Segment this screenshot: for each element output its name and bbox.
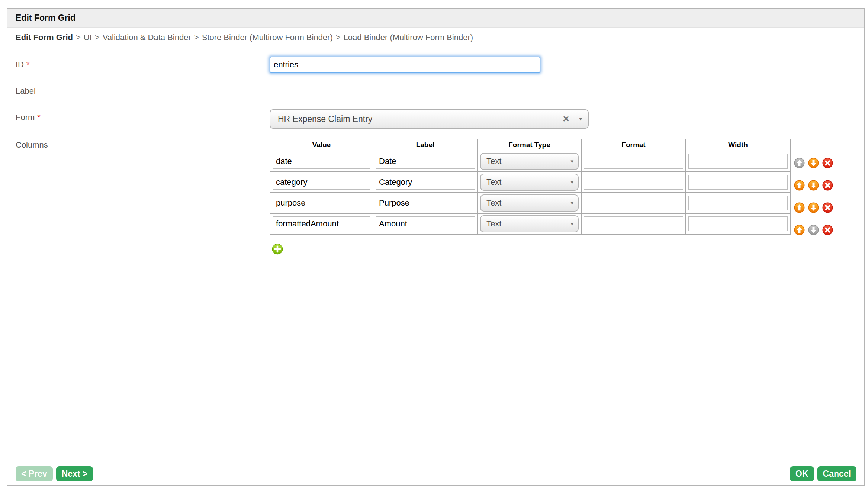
label-label: Label xyxy=(16,83,270,96)
format-input[interactable] xyxy=(584,216,683,231)
move-up-icon[interactable] xyxy=(794,180,805,191)
breadcrumb-separator: > xyxy=(194,33,199,42)
row-actions xyxy=(794,174,833,196)
column-header-width: Width xyxy=(686,139,790,151)
nav-buttons: < Prev Next > xyxy=(16,466,93,481)
width-input[interactable] xyxy=(688,175,788,190)
columns-field-row: Columns Value Label Format Type Format W… xyxy=(16,139,864,255)
breadcrumb: Edit Form Grid > UI > Validation & Data … xyxy=(7,28,864,47)
label-input[interactable] xyxy=(270,83,540,99)
breadcrumb-item: Load Binder (Multirow Form Binder) xyxy=(344,33,473,42)
width-input[interactable] xyxy=(688,154,788,169)
id-label: ID* xyxy=(16,57,270,70)
format-type-select[interactable]: Text ▾ xyxy=(480,153,579,170)
label-input[interactable] xyxy=(376,175,475,190)
column-header-format-type: Format Type xyxy=(478,139,581,151)
dialog-title: Edit Form Grid xyxy=(7,9,864,28)
table-header-row: Value Label Format Type Format Width xyxy=(270,139,790,151)
breadcrumb-separator: > xyxy=(336,33,341,42)
delete-icon[interactable] xyxy=(822,202,833,213)
breadcrumb-item: Validation & Data Binder xyxy=(103,33,191,42)
width-input[interactable] xyxy=(688,216,788,231)
move-down-icon[interactable] xyxy=(808,158,819,168)
chevron-down-icon: ▾ xyxy=(570,179,573,186)
prev-button[interactable]: < Prev xyxy=(16,466,53,481)
next-button[interactable]: Next > xyxy=(56,466,93,481)
width-input[interactable] xyxy=(688,196,788,210)
required-asterisk: * xyxy=(26,60,30,69)
column-header-label: Label xyxy=(373,139,478,151)
value-input[interactable] xyxy=(273,196,370,210)
columns-table: Value Label Format Type Format Width xyxy=(270,139,791,235)
label-input[interactable] xyxy=(376,196,475,210)
cancel-button[interactable]: Cancel xyxy=(817,466,856,481)
columns-label: Columns xyxy=(16,139,270,150)
dialog-footer: < Prev Next > OK Cancel xyxy=(7,462,864,485)
move-down-icon xyxy=(808,225,819,235)
breadcrumb-separator: > xyxy=(95,33,100,42)
value-input[interactable] xyxy=(273,154,370,169)
breadcrumb-current: Edit Form Grid xyxy=(16,33,73,42)
add-column-row xyxy=(272,244,833,255)
delete-icon[interactable] xyxy=(822,158,833,168)
chevron-down-icon: ▾ xyxy=(579,116,582,122)
label-input[interactable] xyxy=(376,216,475,231)
id-field-row: ID* xyxy=(16,57,864,73)
table-row: Text ▾ xyxy=(270,193,790,213)
format-input[interactable] xyxy=(584,154,683,169)
row-actions xyxy=(794,152,833,174)
form-select[interactable]: HR Expense Claim Entry ✕ ▾ xyxy=(270,109,589,129)
breadcrumb-item: UI xyxy=(84,33,92,42)
id-input[interactable] xyxy=(270,57,540,73)
breadcrumb-item: Store Binder (Multirow Form Binder) xyxy=(202,33,333,42)
chevron-down-icon: ▾ xyxy=(570,220,573,227)
confirm-buttons: OK Cancel xyxy=(790,466,856,481)
columns-editor: Value Label Format Type Format Width xyxy=(270,139,833,255)
delete-icon[interactable] xyxy=(822,180,833,191)
move-down-icon[interactable] xyxy=(808,202,819,213)
move-down-icon[interactable] xyxy=(808,180,819,191)
column-header-value: Value xyxy=(270,139,373,151)
move-up-icon xyxy=(794,158,805,168)
chevron-down-icon: ▾ xyxy=(570,200,573,206)
row-actions xyxy=(794,219,833,241)
edit-form-grid-dialog: Edit Form Grid Edit Form Grid > UI > Val… xyxy=(7,8,865,486)
label-field-row: Label xyxy=(16,83,864,99)
delete-icon[interactable] xyxy=(822,225,833,235)
form-label: Form* xyxy=(16,109,270,122)
required-asterisk: * xyxy=(37,113,41,122)
breadcrumb-separator: > xyxy=(76,33,81,42)
clear-icon[interactable]: ✕ xyxy=(562,114,569,124)
value-input[interactable] xyxy=(273,175,370,190)
add-icon[interactable] xyxy=(272,244,283,255)
table-row: Text ▾ xyxy=(270,172,790,193)
move-up-icon[interactable] xyxy=(794,202,805,213)
row-actions xyxy=(794,196,833,219)
format-input[interactable] xyxy=(584,175,683,190)
column-header-format: Format xyxy=(581,139,686,151)
table-row: Text ▾ xyxy=(270,151,790,172)
label-input[interactable] xyxy=(376,154,475,169)
format-type-select[interactable]: Text ▾ xyxy=(480,174,579,191)
ok-button[interactable]: OK xyxy=(790,466,814,481)
form-select-value: HR Expense Claim Entry xyxy=(278,114,562,124)
format-input[interactable] xyxy=(584,196,683,210)
value-input[interactable] xyxy=(273,216,370,231)
table-row: Text ▾ xyxy=(270,213,790,234)
form-field-row: Form* HR Expense Claim Entry ✕ ▾ xyxy=(16,109,864,129)
format-type-select[interactable]: Text ▾ xyxy=(480,194,579,212)
format-type-select[interactable]: Text ▾ xyxy=(480,215,579,232)
chevron-down-icon: ▾ xyxy=(570,158,573,165)
move-up-icon[interactable] xyxy=(794,225,805,235)
dialog-body: ID* Label Form* HR Expense Claim Entry ✕… xyxy=(7,47,864,255)
row-actions-column xyxy=(794,139,833,241)
